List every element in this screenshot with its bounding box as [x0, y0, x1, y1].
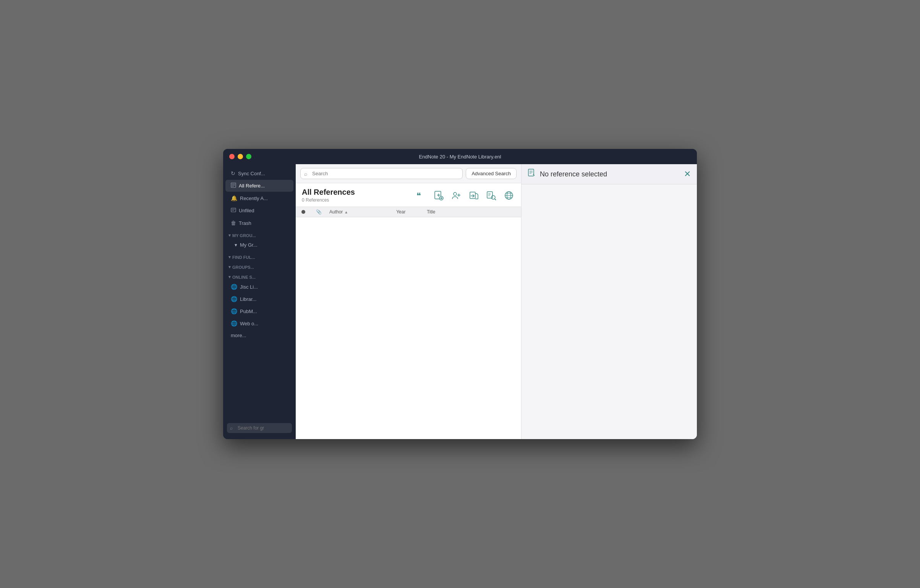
online-search-label: ONLINE S... [232, 275, 256, 279]
sidebar: ↻ Sync Conf... All Refere... 🔔 [223, 164, 296, 439]
table-body [296, 217, 521, 439]
chevron-down-icon-4: ▾ [228, 265, 231, 270]
sidebar-unfiled-label: Unfiled [239, 208, 254, 213]
sidebar-search-wrap: ⌕ [227, 423, 292, 433]
globe-icon-library: 🌐 [231, 296, 237, 302]
add-reference-button[interactable] [432, 189, 445, 202]
more-label: more... [231, 333, 246, 338]
online-search-button[interactable] [503, 189, 515, 202]
globe-icon-web: 🌐 [231, 320, 237, 326]
sidebar-trash-label: Trash [239, 220, 251, 226]
titlebar: EndNote 20 - My EndNote Library.enl [223, 149, 697, 164]
search-icon: ⌕ [304, 171, 307, 177]
references-title-group: All References 0 References [302, 188, 355, 203]
sidebar-bottom: ⌕ [223, 420, 296, 436]
sidebar-item-sync[interactable]: ↻ Sync Conf... [225, 168, 293, 179]
col-header-title[interactable]: Title [424, 209, 521, 215]
sidebar-all-references-label: All Refere... [239, 183, 265, 189]
sidebar-item-recently-added[interactable]: 🔔 Recently A... [225, 192, 293, 204]
references-header: All References 0 References ❝ [296, 183, 521, 207]
references-count: 0 References [302, 197, 355, 203]
groups-label: GROUPS... [232, 265, 254, 270]
main-layout: ↻ Sync Conf... All Refere... 🔔 [223, 164, 697, 439]
col-header-author[interactable]: Author ▲ [326, 209, 393, 215]
svg-rect-17 [470, 192, 475, 199]
library-label: Librar... [240, 296, 256, 302]
my-groups-section-label: MY GROU... [232, 233, 256, 238]
col-header-year[interactable]: Year [393, 209, 424, 215]
globe-icon-pubmed: 🌐 [231, 308, 237, 314]
close-button[interactable] [229, 154, 235, 159]
sort-icon-author: ▲ [344, 210, 348, 214]
sidebar-section-my-groups: ▾ MY GROU... [223, 231, 296, 239]
chevron-down-icon-3: ▾ [228, 255, 231, 260]
sidebar-item-library[interactable]: 🌐 Librar... [225, 293, 293, 305]
export-button[interactable] [468, 189, 480, 202]
references-title: All References [302, 188, 355, 197]
svg-rect-4 [231, 208, 236, 212]
pubmed-label: PubM... [240, 309, 257, 314]
paperclip-icon: 📎 [316, 209, 322, 215]
no-reference-group: No reference selected [528, 169, 607, 179]
trash-icon: 🗑 [231, 220, 236, 226]
sidebar-item-web[interactable]: 🌐 Web o... [225, 318, 293, 329]
sidebar-item-trash[interactable]: 🗑 Trash [225, 217, 293, 229]
svg-point-14 [454, 192, 457, 195]
references-title-row: All References 0 References ❝ [302, 188, 515, 207]
sidebar-item-pubmed[interactable]: 🌐 PubM... [225, 305, 293, 317]
svg-point-20 [491, 195, 495, 199]
sidebar-item-unfiled[interactable]: Unfiled [225, 205, 293, 216]
content-area: ⌕ Advanced Search All References 0 Refer… [296, 164, 521, 439]
sync-icon: ↻ [231, 170, 235, 176]
sidebar-my-group-label: My Gr... [240, 242, 258, 248]
table-header: 📎 Author ▲ Year Title [296, 207, 521, 217]
sidebar-section-online-search: ▾ ONLINE S... [223, 272, 296, 281]
chevron-down-icon-5: ▾ [228, 275, 231, 279]
svg-line-21 [495, 199, 496, 200]
find-full-label: FIND FUL... [232, 255, 255, 260]
sidebar-section-find-full: ▾ FIND FUL... [223, 252, 296, 261]
document-icon [528, 169, 536, 179]
dot-indicator [301, 210, 305, 214]
globe-icon-jisc: 🌐 [231, 284, 237, 290]
minimize-button[interactable] [238, 154, 243, 159]
window-title: EndNote 20 - My EndNote Library.enl [419, 154, 501, 160]
svg-text:❝: ❝ [416, 191, 421, 200]
bell-icon: 🔔 [231, 195, 237, 201]
references-icon [231, 183, 236, 189]
col-header-attach: 📎 [311, 209, 326, 215]
sidebar-search-input[interactable] [227, 423, 292, 433]
chevron-down-icon-2: ▾ [235, 242, 237, 248]
sidebar-item-my-group[interactable]: ▾ My Gr... [225, 239, 293, 250]
find-button[interactable] [485, 189, 497, 202]
search-input-wrap: ⌕ [300, 168, 463, 179]
advanced-search-button[interactable]: Advanced Search [466, 168, 517, 179]
search-bar: ⌕ Advanced Search [296, 164, 521, 183]
app-window: EndNote 20 - My EndNote Library.enl ↻ Sy… [223, 149, 697, 439]
svg-rect-30 [528, 169, 534, 176]
chevron-down-icon: ▾ [228, 233, 231, 238]
maximize-button[interactable] [246, 154, 251, 159]
jisc-label: Jisc Li... [240, 284, 258, 290]
web-label: Web o... [240, 321, 258, 326]
right-panel-header: No reference selected ✕ [522, 164, 697, 184]
sidebar-recently-added-label: Recently A... [240, 195, 268, 201]
right-panel-body [522, 184, 697, 439]
window-controls [229, 154, 251, 159]
sidebar-item-all-references[interactable]: All Refere... [225, 180, 293, 192]
no-reference-label: No reference selected [540, 170, 607, 178]
sidebar-section-groups: ▾ GROUPS... [223, 262, 296, 271]
right-panel: No reference selected ✕ [521, 164, 697, 439]
sidebar-sync-label: Sync Conf... [238, 171, 265, 176]
search-input[interactable] [300, 168, 463, 179]
cite-icon-button[interactable]: ❝ [415, 189, 427, 202]
toolbar-icons: ❝ [415, 189, 515, 202]
close-panel-button[interactable]: ✕ [684, 170, 691, 178]
col-header-dot [296, 210, 311, 214]
unfiled-icon [231, 207, 236, 214]
sidebar-item-jisc[interactable]: 🌐 Jisc Li... [225, 281, 293, 292]
add-author-button[interactable] [450, 189, 462, 202]
sidebar-item-more[interactable]: more... [225, 330, 293, 341]
